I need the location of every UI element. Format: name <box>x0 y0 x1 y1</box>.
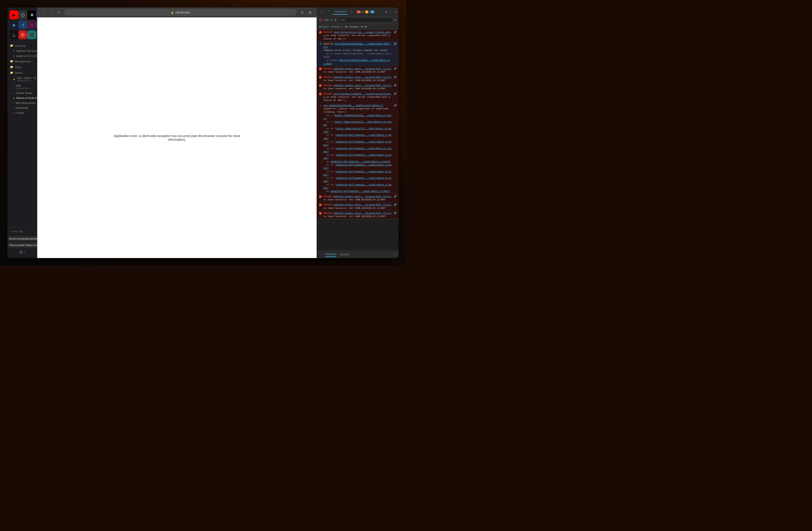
sidebar-trash-icon[interactable]: 🗑 <box>19 250 23 254</box>
sidebar-icon-framer[interactable]: ◇ <box>27 20 36 29</box>
refresh-button[interactable]: ↻ <box>56 10 62 15</box>
console-entry-9: ✕ Failed o205439.ingest.sentr...browser%… <box>317 202 398 211</box>
filter-settings-icon[interactable]: ⚙ <box>394 18 396 22</box>
web-assessment-icon: □ <box>13 102 14 104</box>
devtools-footer-close[interactable]: ✕ <box>394 252 396 256</box>
home-icon: N <box>13 112 14 114</box>
console-entry-10: ✕ Failed o205439.ingest.sentr...browser%… <box>317 211 398 219</box>
footer-tab-issues[interactable]: Issues <box>339 252 349 257</box>
console-entry-content-1: Failed /api/v9/projects/red...s/www.trul… <box>323 31 392 41</box>
nav-item-vite-solid[interactable]: ⚡ Vite + Solid + TS localhost:5173 <box>8 75 37 83</box>
sidebar-icon-teal[interactable]: ⬛ <box>27 30 36 39</box>
devtools-toolbar: 🚫 top ▾ 👁 ⚙ <box>317 16 398 24</box>
error-icon-1: ✕ <box>319 31 322 34</box>
nav-item-home[interactable]: N / Home <box>8 110 37 115</box>
browser-toolbar: ‹ › ↻ 🔒 vercel.com ⧉ ⊞ <box>37 8 317 17</box>
docs-label: Docs <box>15 66 21 69</box>
icon-row-1: ▶ ⬡ ✕ ⬛ <box>10 11 35 19</box>
console-input[interactable] <box>322 221 396 224</box>
nav-item-tailwind[interactable]: ◈ Tailwind CSS Customiz... <box>8 48 37 54</box>
devtools-tab-more[interactable]: » <box>349 10 355 14</box>
tab-grid-button[interactable]: ⧉ <box>299 9 306 16</box>
browser-page: Application error: a client-side excepti… <box>37 17 317 258</box>
sidebar-icon-youtube[interactable]: ▶ <box>10 11 18 19</box>
issues-count[interactable]: 15 Issues: ⚑ 15 <box>345 25 367 28</box>
active-tab-vercel[interactable]: ▲ vercel.com/aosasona/reda... <box>8 236 37 241</box>
sidebar-item-learning[interactable]: 📁 Learning <box>8 43 37 48</box>
nav-item-advent[interactable]: ★ Advent of Code 2023 <box>8 96 37 100</box>
expand-icon-7[interactable]: ▶ <box>319 104 322 107</box>
devtools-close-icon[interactable]: ✕ <box>395 10 396 14</box>
folder-icon-active: 📁 <box>10 71 13 74</box>
sidebar-add-icon[interactable]: + <box>23 250 25 254</box>
management-label: Management <box>15 60 31 63</box>
entry-link-icon-3: 🔗 <box>394 67 396 71</box>
split-view-button[interactable]: ⊞ <box>307 9 314 16</box>
console-entry-content-4: Failed o205439.ingest.sentr...browser%2F… <box>323 75 392 82</box>
active-tab-url: vercel.com/aosasona/reda... <box>9 237 37 240</box>
sidebar-item-management[interactable]: 📁 Management <box>8 58 37 64</box>
home-label: / Home <box>16 111 24 114</box>
console-entry-8: ✕ Failed o205439.ingest.sentr...browser%… <box>317 194 398 202</box>
filter-input[interactable] <box>338 18 393 23</box>
prompt-symbol: > <box>319 221 321 224</box>
sidebar-icons: ▶ ⬡ ✕ ⬛ ◈ ↺ ◇ ⬛ △ 🔴 ⬛ 📊 <box>8 10 37 41</box>
devtools-more-icon[interactable]: ⋮ <box>389 10 393 14</box>
clear-console-button[interactable]: 🚫 <box>319 18 322 22</box>
sidebar: ▶ ⬡ ✕ ⬛ ◈ ↺ ◇ ⬛ △ 🔴 ⬛ 📊 📁 Learning <box>8 8 37 258</box>
loader-icon: ❯ <box>13 55 15 57</box>
sidebar-bottom: + New Tab <box>8 227 37 235</box>
warning-badge: 1 <box>365 11 368 13</box>
sidebar-icon-notchmeister[interactable]: ◈ <box>10 20 18 29</box>
sidebar-icon-replay[interactable]: ↺ <box>18 20 27 29</box>
sidebar-item-active[interactable]: 📁 Active <box>8 70 37 75</box>
nav-item-web-assessment[interactable]: □ Web Assessment <box>8 100 37 106</box>
lock-icon: 🔒 <box>171 11 174 14</box>
top-dropdown-icon[interactable]: ▾ <box>330 18 333 23</box>
footer-tab-console[interactable]: Console <box>325 252 336 257</box>
devtools-responsive-button[interactable]: 📱 <box>326 9 332 15</box>
icon-row-3: △ 🔴 ⬛ 📊 <box>10 30 35 39</box>
back-button[interactable]: ‹ <box>40 10 46 15</box>
nav-item-drizzle[interactable]: 〜 Drizzle Studio <box>8 90 37 96</box>
error-icon-5: ✕ <box>319 84 322 87</box>
console-entry-6: ✕ Failed /api/toolbar/comment...status=u… <box>317 92 398 103</box>
address-bar[interactable]: 🔒 vercel.com <box>64 9 297 16</box>
sidebar-icon-github[interactable]: ⬡ <box>18 11 27 19</box>
nav-item-loader[interactable]: ❯ loader v6.21.0 | React R... <box>8 54 37 58</box>
devtools-console[interactable]: ✕ Failed /api/v9/projects/red...s/www.tr… <box>317 30 398 251</box>
sidebar-icon-x[interactable]: ✕ <box>27 11 36 19</box>
nav-item-dashboard[interactable]: □ Dashboard <box>8 106 37 110</box>
devtools-inspect-button[interactable]: ⬚ <box>319 9 325 15</box>
console-entry-content-7: 516-2bde03064478cd04...VsWVkss1K6CjRDxFz… <box>323 104 392 193</box>
top-level-selector[interactable]: top <box>324 19 329 22</box>
sidebar-nav: 📁 Learning ◈ Tailwind CSS Customiz... ❯ … <box>8 41 37 227</box>
devtools-more-options[interactable]: ⋮ <box>319 253 322 256</box>
sidebar-icon-red3[interactable]: 🔴 <box>18 30 27 39</box>
url-text: vercel.com <box>175 11 190 14</box>
dashboard-icon: □ <box>13 107 14 109</box>
devtools-header: ⬚ 📱 Console » 16 ▲ 1 15 ⚙ ⋮ ✕ <box>317 8 398 16</box>
error-icon-8: ✕ <box>319 195 322 198</box>
active-tab-pavex[interactable]: 🦀 Time to polish: Pavex is in... <box>8 242 37 248</box>
eye-button[interactable]: 👁 <box>334 19 337 22</box>
loader-label: loader v6.21.0 | React R... <box>16 54 37 57</box>
entry-link-icon-9: 🔗 <box>394 203 396 207</box>
devtools-settings-icon[interactable]: ⚙ <box>385 10 387 14</box>
sidebar-icon-triangle[interactable]: △ <box>10 30 18 39</box>
console-entry-content-2: Ignored 913.8fd21b160a25658a...VsWVkss1K… <box>323 42 392 65</box>
sidebar-item-docs[interactable]: 📁 Docs <box>8 64 37 70</box>
console-tab-label: Console <box>335 10 346 13</box>
console-entry-content-9: Failed o205439.ingest.sentr...browser%2F… <box>323 203 392 210</box>
console-entry-7: ▶ 516-2bde03064478cd04...VsWVkss1K6CjRDx… <box>317 103 398 194</box>
default-levels[interactable]: Default levels ▾ <box>319 25 343 28</box>
nav-item-auth[interactable]: □ auth localhost:4000 <box>8 83 37 90</box>
drizzle-label: Drizzle Studio <box>16 92 32 95</box>
learning-label: Learning <box>15 44 26 47</box>
forward-button[interactable]: › <box>48 10 54 15</box>
vite-label: Vite + Solid + TS <box>17 76 36 80</box>
drizzle-icon: 〜 <box>13 92 15 95</box>
back-icon: ‹ <box>43 11 44 14</box>
devtools-tab-console[interactable]: Console <box>333 9 348 15</box>
new-tab-button[interactable]: + New Tab <box>10 229 34 234</box>
